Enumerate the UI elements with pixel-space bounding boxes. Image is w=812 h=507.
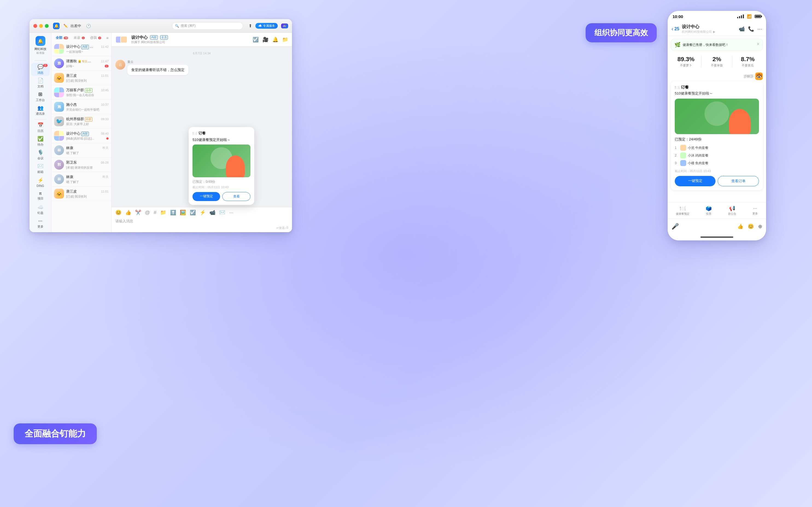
bottom-tab-more[interactable]: ··· 更多 <box>752 206 758 216</box>
thumbup2-icon[interactable]: 👍 <box>738 223 743 229</box>
conv-item-cat[interactable]: 🐦 杭州养猫群外部 09:33 双浯: 大家早上好 <box>51 114 111 129</box>
thumbup-icon[interactable]: 👍 <box>125 210 131 216</box>
maximize-button[interactable] <box>45 24 49 28</box>
scissors-icon[interactable]: ✂️ <box>135 210 141 216</box>
conv-avatar-tan: 雅 <box>54 58 64 68</box>
tab-unread-badge: 1 <box>82 37 85 39</box>
org-edition: 标准版 <box>31 51 50 55</box>
sidebar-item-more[interactable]: ··· 更多 <box>31 217 50 230</box>
notif-close-icon[interactable]: ✕ <box>757 42 760 46</box>
ai-button[interactable]: AI <box>281 23 288 29</box>
order-img-decoration <box>226 156 245 177</box>
conv-item-tang[interactable]: 🐱 唐三皮 11:01 [已读] 我没收到 <box>51 71 111 85</box>
order-secondary-button[interactable]: 查看 <box>222 192 250 201</box>
sidebar-item-contacts[interactable]: 👥 通讯录 <box>31 104 50 117</box>
phone-video-icon[interactable]: 📹 <box>739 26 745 32</box>
poc-order-icon: 🍽️ <box>675 85 679 90</box>
add-icon[interactable]: ⊕ <box>758 223 762 229</box>
conv-item-lin[interactable]: 林 林康 昨天 嗯 了解了 <box>51 143 111 158</box>
ding-icon: ⚡ <box>38 177 44 183</box>
bottom-tab-vote[interactable]: 🗳️ 投票 <box>706 206 712 216</box>
search-bar[interactable]: 🔍 搜索 (⌘F) <box>172 22 243 30</box>
chat-header: 设计中心 内部 全员 归属于 网钉科技有限公司 ☑️ 🎥 🔔 📁 <box>111 33 292 46</box>
minimize-button[interactable] <box>39 24 43 28</box>
conv-item-shi[interactable]: 施 施小杰 10:37 开完会咱们一起吃午饭吧 <box>51 100 111 114</box>
bottom-tab-meal[interactable]: 🍽️ 健康餐预定 <box>676 206 690 216</box>
search-icon: 🔍 <box>175 24 179 28</box>
conv-item-design2[interactable]: 设计中心内部 08:40 [86条]高轩瑶:[日志]... <box>51 129 111 143</box>
conv-item-tang2[interactable]: 🐱 唐三皮 11:01 [已读] 我没收到 <box>51 186 111 201</box>
emoji-icon[interactable]: 😊 <box>115 210 121 216</box>
conv-item-wanli[interactable]: 万丽客户群合作 10:45 张熙:我一会儿电话你 <box>51 85 111 100</box>
tab-unread[interactable]: 未读 1 <box>72 35 86 41</box>
sidebar-item-meeting[interactable]: 🎙️ 会议 <box>31 148 50 161</box>
msg-bubble-1: 食堂的健康餐听说不错，怎么预定 <box>128 65 188 75</box>
video-icon[interactable]: 🎥 <box>262 37 268 43</box>
sidebar-item-calendar[interactable]: 📅 日历 <box>31 121 50 134</box>
conv-avatar-guo: 郭 <box>54 160 64 170</box>
mic-icon[interactable]: 🎤 <box>671 223 679 230</box>
back-icon[interactable]: ‹ <box>671 26 673 32</box>
chat-toolbar: 😊 👍 ✂️ @ # 📁 ⬆️ 🖼️ ☑️ ⚡ 📹 ✉️ ··· <box>115 210 288 216</box>
chat-input-footer: ↵发送 / 3 <box>115 226 288 230</box>
task-icon[interactable]: ☑️ <box>253 37 259 43</box>
video2-icon[interactable]: 📹 <box>209 210 215 216</box>
service-button[interactable]: ☁️ 专属服务 <box>255 23 278 29</box>
conv-item-lin2[interactable]: 林 林康 昨天 嗯 了解了 <box>51 172 111 186</box>
poc-secondary-button[interactable]: 查看订单 <box>718 176 759 186</box>
close-button[interactable] <box>33 24 37 28</box>
sidebar-item-todo[interactable]: ✅ 待办 <box>31 135 50 148</box>
sound-icon[interactable]: 🔔 <box>272 37 278 43</box>
order-icon: 🍽️ <box>193 131 197 135</box>
tab-at-me[interactable]: @我 2 <box>89 35 103 41</box>
lightning-icon[interactable]: ⚡ <box>200 210 206 216</box>
chat-input-field[interactable]: 请输入消息 <box>115 218 288 225</box>
conv-list-menu-icon[interactable]: ≡ <box>106 36 108 40</box>
more-tools-icon[interactable]: ··· <box>229 210 233 216</box>
bottom-tab-notice[interactable]: 📢 群公告 <box>728 206 736 216</box>
mail-label: 邮箱 <box>38 170 44 174</box>
back-count[interactable]: 25 <box>674 26 679 32</box>
poc-item-avatar-1 <box>680 145 686 151</box>
poc-primary-button[interactable]: 一键预定 <box>675 176 715 186</box>
at-icon[interactable]: @ <box>145 210 150 216</box>
phone-call-icon[interactable]: 📞 <box>748 26 754 32</box>
conv-item-design-center[interactable]: 设计中心内部全员 11:42 一起加油哦~ <box>51 42 111 56</box>
conv-item-tan[interactable]: 雅 谭雅秋 👷 专注工作中 11:47 好嗨~ 1 <box>51 56 111 71</box>
sidebar-item-project[interactable]: π 项目 <box>31 189 50 203</box>
upload-icon[interactable]: ⬆ <box>249 23 252 29</box>
sidebar-item-mail[interactable]: ✉️ 邮箱 <box>31 162 50 175</box>
poc-list: 1 小览 牛肉套餐 2 小沐 鸡肉套餐 3 小楼 鱼肉套餐 <box>675 144 759 167</box>
check-icon[interactable]: ☑️ <box>190 210 196 216</box>
emoji2-icon[interactable]: 😊 <box>748 223 754 229</box>
conv-item-guo[interactable]: 郭 郭卫东 08-28 [未读] 谢谢你的反馈 <box>51 158 111 172</box>
conv-info-tan: 谭雅秋 👷 专注工作中 11:47 好嗨~ 1 <box>66 59 108 68</box>
hashtag-icon[interactable]: # <box>154 210 156 216</box>
phone-time: 10:00 <box>672 14 683 19</box>
todo-icon: ✅ <box>38 136 44 142</box>
file-icon[interactable]: 📁 <box>160 210 166 216</box>
window-title: 出差中 <box>70 23 81 29</box>
stat-value-2: 2% <box>703 56 731 63</box>
sidebar-org: 🔔 网钉科技 标准版 <box>31 36 50 55</box>
sidebar-item-docs[interactable]: 📄 文档 <box>31 76 50 90</box>
poc-item-name-2: 小沐 鸡肉套餐 <box>688 153 708 158</box>
folder-icon[interactable]: 📁 <box>282 37 288 43</box>
upload-icon[interactable]: ⬆️ <box>170 210 176 216</box>
stat-label-3: 不要黄瓜 <box>734 63 762 67</box>
phone-subtitle: 杭州网钉科技有限公司 <box>682 30 712 34</box>
mail2-icon[interactable]: ✉️ <box>219 210 225 216</box>
tab-all[interactable]: 全部 78 <box>54 35 70 41</box>
order-primary-button[interactable]: 一键预定 <box>193 192 220 201</box>
stat-no-radish: 89.3% 不要萝卜 <box>671 54 701 70</box>
sidebar-item-disk[interactable]: ☁️ 钉盘 <box>31 203 50 216</box>
sidebar-item-ding[interactable]: ⚡ DING <box>31 176 50 189</box>
sidebar-item-workbench[interactable]: ⊞ 工作台 <box>31 90 50 103</box>
poc-item-avatar-3 <box>680 160 686 166</box>
phone-header-extra: ▶ <box>713 30 715 34</box>
screenshot-icon[interactable]: 🖼️ <box>180 210 186 216</box>
conv-avatar-lin: 林 <box>54 145 64 155</box>
msg-avatar-manyun: 云 <box>115 60 125 70</box>
phone-more-icon[interactable]: ⋯ <box>757 26 762 32</box>
sidebar-item-messages[interactable]: 💬 消息 9 <box>31 63 50 76</box>
